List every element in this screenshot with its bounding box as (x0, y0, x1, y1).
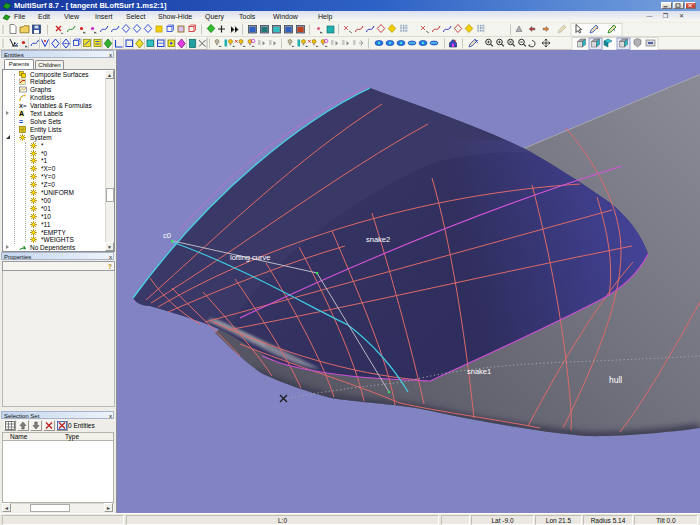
svg-text:snake1: snake1 (467, 367, 491, 376)
svg-text:snake2: snake2 (366, 235, 390, 244)
svg-text:c0: c0 (163, 231, 171, 240)
svg-text:hull: hull (609, 375, 622, 385)
svg-text:lofting curve: lofting curve (230, 253, 270, 262)
